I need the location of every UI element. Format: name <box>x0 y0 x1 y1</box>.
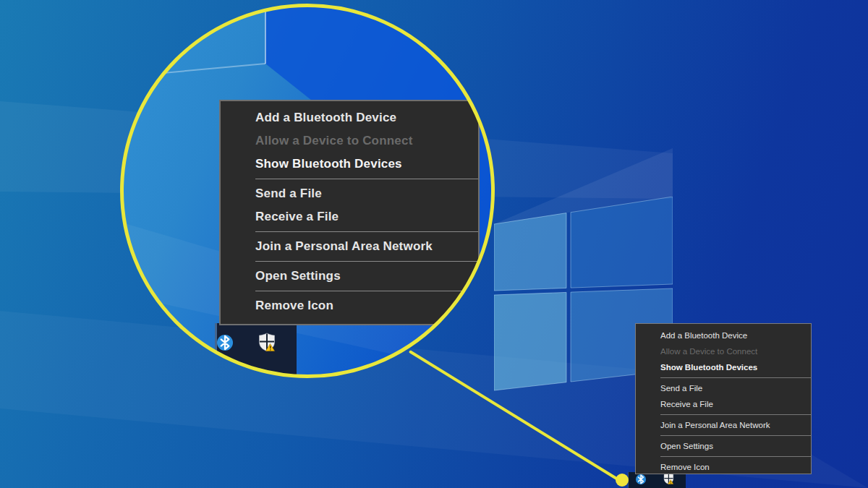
menu-item-send-a-file[interactable]: Send a File <box>636 380 811 396</box>
defender-shield-warning-icon[interactable] <box>258 333 277 353</box>
menu-item-join-pan[interactable]: Join a Personal Area Network <box>221 235 478 258</box>
menu-item-remove-icon[interactable]: Remove Icon <box>636 459 811 474</box>
menu-item-show-bluetooth-devices[interactable]: Show Bluetooth Devices <box>221 153 478 176</box>
menu-separator <box>255 231 478 232</box>
bluetooth-icon[interactable] <box>217 335 233 351</box>
magnified-bluetooth-context-menu: Add a Bluetooth Device Allow a Device to… <box>219 100 480 325</box>
bluetooth-context-menu: Add a Bluetooth Device Allow a Device to… <box>635 323 812 474</box>
defender-shield-warning-icon[interactable] <box>663 473 675 485</box>
windows-desktop: Add a Bluetooth Device Allow a Device to… <box>0 0 868 488</box>
menu-separator <box>255 179 478 179</box>
menu-item-remove-icon[interactable]: Remove Icon <box>221 294 478 317</box>
menu-separator <box>255 261 478 262</box>
menu-separator <box>660 414 811 415</box>
menu-item-allow-device-connect[interactable]: Allow a Device to Connect <box>636 343 811 359</box>
callout-endpoint-dot <box>616 474 629 487</box>
menu-separator <box>660 377 811 378</box>
menu-item-show-bluetooth-devices[interactable]: Show Bluetooth Devices <box>636 359 811 375</box>
menu-item-add-bluetooth-device[interactable]: Add a Bluetooth Device <box>636 328 811 343</box>
menu-item-receive-a-file[interactable]: Receive a File <box>221 205 478 228</box>
menu-item-receive-a-file[interactable]: Receive a File <box>636 396 811 412</box>
menu-item-send-a-file[interactable]: Send a File <box>221 182 478 205</box>
menu-item-open-settings[interactable]: Open Settings <box>221 265 478 288</box>
menu-separator <box>660 435 811 436</box>
menu-item-add-bluetooth-device[interactable]: Add a Bluetooth Device <box>221 106 478 129</box>
menu-item-open-settings[interactable]: Open Settings <box>636 438 811 454</box>
menu-item-join-pan[interactable]: Join a Personal Area Network <box>636 417 811 433</box>
menu-item-allow-device-connect[interactable]: Allow a Device to Connect <box>221 129 478 153</box>
bluetooth-icon[interactable] <box>636 474 646 484</box>
menu-separator <box>660 456 811 457</box>
menu-separator <box>255 291 478 291</box>
magnifier-circle-view: Add a Bluetooth Device Allow a Device to… <box>122 6 493 376</box>
